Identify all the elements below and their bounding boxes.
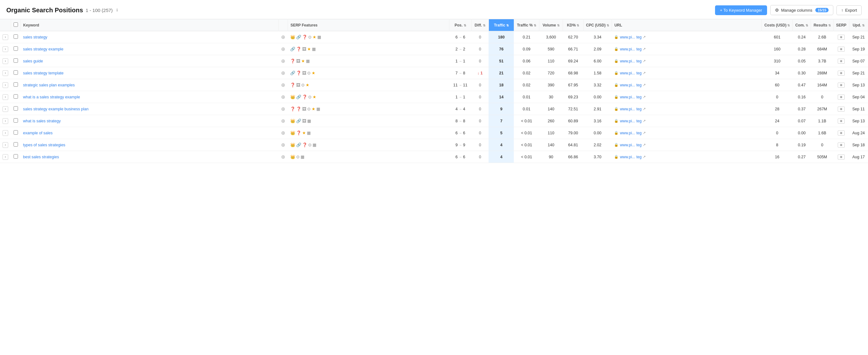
url-link[interactable]: www.pi... [620,131,635,135]
row-checkbox[interactable] [13,82,18,87]
url-link[interactable]: www.pi... [620,107,635,111]
add-keyword-button[interactable]: ⊕ [281,58,285,64]
serp-thumbnail[interactable]: ▦ [838,142,845,148]
add-keyword-button[interactable]: ⊕ [281,46,285,52]
teg-link[interactable]: teg [636,47,642,52]
url-link[interactable]: www.pi... [620,35,635,39]
url-link[interactable]: www.pi... [620,71,635,75]
to-keyword-manager-button[interactable]: + To Keyword Manager [715,5,767,15]
external-link-icon[interactable]: ↗ [643,131,646,135]
add-keyword-button[interactable]: ⊕ [281,130,285,136]
add-keyword-button[interactable]: ⊕ [281,142,285,148]
add-keyword-button[interactable]: ⊕ [281,118,285,124]
external-link-icon[interactable]: ↗ [643,47,646,51]
export-button[interactable]: ↑ Export [836,5,862,15]
col-traffic-header[interactable]: Traffic⇅ [489,19,514,31]
expand-button[interactable]: › [2,34,8,40]
teg-link[interactable]: teg [636,59,642,63]
select-all-checkbox[interactable] [13,22,18,27]
info-icon[interactable]: ℹ [116,8,118,12]
col-volume-header[interactable]: Volume⇅ [539,19,563,31]
manage-columns-button[interactable]: ⚙ Manage columns 15/15 [770,5,833,15]
url-link[interactable]: www.pi... [620,95,635,99]
keyword-link[interactable]: what is a sales strategy example [23,95,80,99]
col-cpc-header[interactable]: CPC (USD)⇅ [583,19,612,31]
teg-link[interactable]: teg [636,71,642,75]
col-com-header[interactable]: Com.⇅ [793,19,811,31]
col-pos-header[interactable]: Pos.⇅ [449,19,471,31]
keyword-link[interactable]: what is sales strategy [23,119,61,123]
expand-button[interactable]: › [2,130,8,136]
row-checkbox[interactable] [13,118,18,123]
col-results-header[interactable]: Results⇅ [811,19,833,31]
keyword-link[interactable]: best sales strategies [23,155,59,159]
expand-button[interactable]: › [2,82,8,88]
expand-button[interactable]: › [2,154,8,160]
expand-button[interactable]: › [2,46,8,52]
external-link-icon[interactable]: ↗ [643,35,646,39]
col-diff-header[interactable]: Diff.⇅ [471,19,489,31]
add-keyword-button[interactable]: ⊕ [281,34,285,40]
row-checkbox[interactable] [13,46,18,51]
col-costs-header[interactable]: Costs (USD)⇅ [762,19,793,31]
serp-thumbnail[interactable]: ▦ [838,59,845,64]
teg-link[interactable]: teg [636,35,642,39]
external-link-icon[interactable]: ↗ [643,143,646,147]
external-link-icon[interactable]: ↗ [643,59,646,63]
external-link-icon[interactable]: ↗ [643,83,646,87]
external-link-icon[interactable]: ↗ [643,71,646,75]
row-checkbox[interactable] [13,70,18,75]
add-keyword-button[interactable]: ⊕ [281,70,285,76]
teg-link[interactable]: teg [636,119,642,123]
serp-thumbnail[interactable]: ▦ [838,106,845,111]
external-link-icon[interactable]: ↗ [643,119,646,123]
teg-link[interactable]: teg [636,83,642,87]
expand-button[interactable]: › [2,94,8,100]
teg-link[interactable]: teg [636,131,642,135]
keyword-link[interactable]: types of sales strategies [23,143,65,147]
col-kd-header[interactable]: KD%⇅ [563,19,583,31]
col-check-header[interactable] [11,19,21,31]
add-keyword-button[interactable]: ⊕ [281,106,285,112]
external-link-icon[interactable]: ↗ [643,155,646,159]
row-checkbox[interactable] [13,142,18,147]
serp-thumbnail[interactable]: ▦ [838,131,845,136]
col-traffic-pct-header[interactable]: Traffic %⇅ [514,19,539,31]
row-checkbox[interactable] [13,154,18,159]
url-link[interactable]: www.pi... [620,83,635,87]
keyword-link[interactable]: example of sales [23,131,53,135]
teg-link[interactable]: teg [636,155,642,159]
expand-button[interactable]: › [2,106,8,112]
keyword-link[interactable]: sales strategy example [23,47,63,52]
add-keyword-button[interactable]: ⊕ [281,82,285,88]
row-checkbox[interactable] [13,94,18,99]
external-link-icon[interactable]: ↗ [643,95,646,99]
add-keyword-button[interactable]: ⊕ [281,154,285,160]
serp-thumbnail[interactable]: ▦ [838,119,845,124]
serp-thumbnail[interactable]: ▦ [838,95,845,100]
url-link[interactable]: www.pi... [620,59,635,63]
teg-link[interactable]: teg [636,107,642,111]
keyword-link[interactable]: strategic sales plan examples [23,83,75,87]
url-link[interactable]: www.pi... [620,155,635,159]
serp-thumbnail[interactable]: ▦ [838,47,845,52]
row-checkbox[interactable] [13,58,18,63]
serp-thumbnail[interactable]: ▦ [838,35,845,40]
external-link-icon[interactable]: ↗ [643,107,646,111]
expand-button[interactable]: › [2,58,8,64]
expand-button[interactable]: › [2,118,8,124]
keyword-link[interactable]: sales strategy template [23,71,64,75]
url-link[interactable]: www.pi... [620,143,635,147]
url-link[interactable]: www.pi... [620,47,635,52]
row-checkbox[interactable] [13,130,18,135]
keyword-link[interactable]: sales strategy example business plan [23,107,89,111]
keyword-link[interactable]: sales guide [23,59,43,63]
teg-link[interactable]: teg [636,143,642,147]
row-checkbox[interactable] [13,106,18,111]
teg-link[interactable]: teg [636,95,642,99]
col-upd-header[interactable]: Upd.⇅ [849,19,868,31]
serp-thumbnail[interactable]: ▦ [838,155,845,160]
keyword-link[interactable]: sales strategy [23,35,47,39]
expand-button[interactable]: › [2,70,8,76]
serp-thumbnail[interactable]: ▦ [838,71,845,76]
